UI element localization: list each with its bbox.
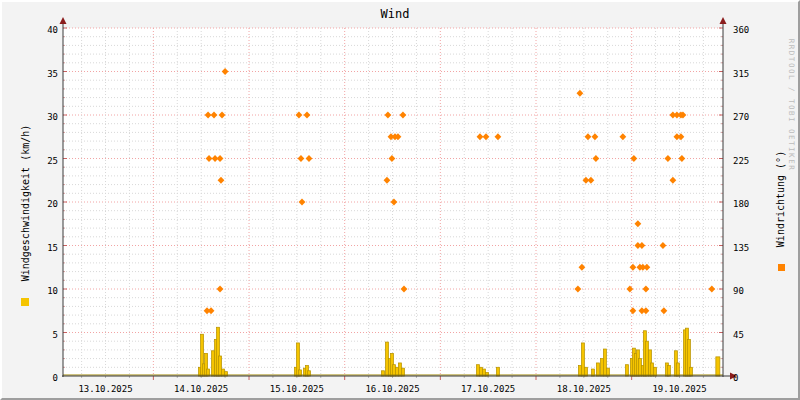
wind-speed-bar: [600, 359, 603, 376]
rrdtool-watermark: RRDTOOL / TOBI OETIKER: [787, 39, 796, 171]
wind-speed-bar: [645, 341, 648, 376]
wind-speed-bar: [716, 357, 720, 376]
wind-speed-bar: [650, 363, 653, 376]
chart-title: Wind: [65, 7, 725, 21]
left-axis-tick-label: 20: [26, 199, 58, 209]
wind-speed-bar: [578, 366, 581, 376]
right-axis-tick-label: 0: [733, 373, 765, 383]
left-axis-tick-label: 35: [26, 69, 58, 79]
wind-speed-bar: [676, 363, 679, 376]
wind-speed-bar: [625, 365, 628, 376]
left-axis-tick-label: 25: [26, 156, 58, 166]
x-axis-date-label: 18.10.2025: [550, 384, 618, 394]
wind-speed-bar: [667, 366, 670, 376]
direction-legend-swatch: [778, 264, 785, 271]
x-axis-date-label: 15.10.2025: [263, 384, 331, 394]
left-axis-tick-label: 40: [26, 25, 58, 35]
wind-speed-bar: [219, 356, 222, 376]
right-axis-tick-label: 180: [733, 199, 765, 209]
wind-speed-bar: [638, 359, 641, 376]
chart-canvas: [2, 2, 798, 398]
x-axis-date-label: 14.10.2025: [167, 384, 235, 394]
wind-speed-bar: [398, 363, 401, 376]
wind-speed-bar: [581, 343, 584, 376]
wind-chart: Wind Windgeschwindigkeit (km/h) Windrich…: [0, 0, 800, 400]
wind-speed-bar: [385, 342, 388, 376]
right-axis-tick-label: 45: [733, 330, 765, 340]
right-axis-tick-label: 225: [733, 156, 765, 166]
right-axis-tick-label: 315: [733, 69, 765, 79]
wind-speed-bar: [596, 363, 599, 376]
left-axis-tick-label: 0: [26, 373, 58, 383]
right-axis-tick-label: 90: [733, 286, 765, 296]
right-axis-tick-label: 270: [733, 112, 765, 122]
wind-speed-bar: [392, 365, 395, 376]
x-axis-date-label: 16.10.2025: [359, 384, 427, 394]
speed-legend-swatch: [21, 298, 29, 306]
right-axis-label: Windrichtung (°): [775, 151, 786, 247]
left-axis-tick-label: 15: [26, 243, 58, 253]
left-axis-tick-label: 30: [26, 112, 58, 122]
wind-speed-bar: [603, 349, 606, 376]
left-axis-tick-label: 10: [26, 286, 58, 296]
left-axis-tick-label: 5: [26, 330, 58, 340]
right-axis-tick-label: 360: [733, 25, 765, 35]
wind-speed-bar: [212, 351, 215, 376]
wind-speed-bar: [476, 365, 479, 376]
right-axis-tick-label: 135: [733, 243, 765, 253]
x-axis-date-label: 17.10.2025: [454, 384, 522, 394]
x-axis-date-label: 13.10.2025: [72, 384, 140, 394]
x-axis-date-label: 19.10.2025: [645, 384, 713, 394]
